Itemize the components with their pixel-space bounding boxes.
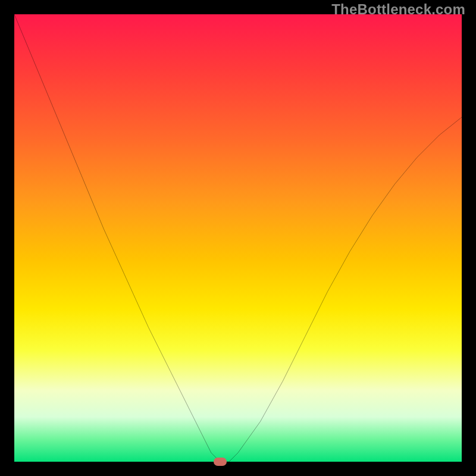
plot-area (14, 14, 462, 462)
bottleneck-curve (14, 14, 462, 462)
chart-frame: TheBottleneck.com (0, 0, 476, 476)
curve-svg (14, 14, 462, 462)
optimum-marker (214, 458, 227, 466)
